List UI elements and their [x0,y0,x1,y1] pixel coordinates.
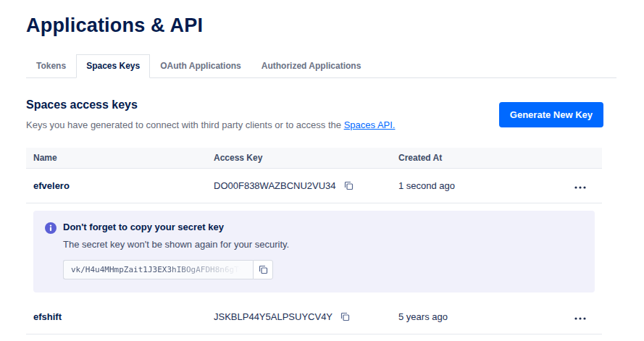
tab-authorized-applications[interactable]: Authorized Applications [251,54,372,78]
actions-cell [565,177,595,194]
copy-icon [344,181,354,190]
copy-icon [340,312,350,321]
column-header-name: Name [33,153,214,163]
description-text: Keys you have generated to connect with … [26,119,344,130]
page-title: Applications & API [26,14,618,37]
spaces-api-link[interactable]: Spaces API. [344,119,396,130]
ellipsis-icon [574,186,586,189]
tab-oauth-applications[interactable]: OAuth Applications [150,54,251,78]
secret-key-value: vk/H4u4MHmpZait1J3EX3hIBOgAFDH8n6gTv3H [71,265,246,274]
secret-panel-title: Don't forget to copy your secret key [63,222,289,232]
access-key-cell: JSKBLP44Y5ALPSUYCV4Y [214,311,398,323]
secret-key-row: vk/H4u4MHmpZait1J3EX3hIBOgAFDH8n6gTv3H [63,260,289,279]
tab-tokens[interactable]: Tokens [26,54,76,78]
access-key-cell: DO00F838WAZBCNU2VU34 [214,180,398,192]
table-header-row: Name Access Key Created At [26,148,602,169]
copy-icon [259,265,268,274]
column-header-access-key: Access Key [214,153,398,163]
created-at-value: 1 second ago [398,180,565,191]
access-key-value: DO00F838WAZBCNU2VU34 [214,180,336,191]
spaces-keys-table: Name Access Key Created At efvelero DO00… [26,148,602,334]
created-at-value: 5 years ago [398,311,565,322]
access-key-value: JSKBLP44Y5ALPSUYCV4Y [214,311,333,322]
column-header-created-at: Created At [398,153,565,163]
key-name: efvelero [33,180,214,191]
secret-panel-body: Don't forget to copy your secret key The… [63,222,289,279]
secret-panel-subtitle: The secret key won't be shown again for … [63,239,289,250]
table-row: efvelero DO00F838WAZBCNU2VU34 1 second a… [26,169,602,203]
ellipsis-icon [574,317,586,320]
row-more-menu-button[interactable] [569,177,592,194]
section-description: Keys you have generated to connect with … [26,119,395,130]
copy-access-key-button[interactable] [339,311,351,323]
row-more-menu-button[interactable] [569,308,592,325]
info-icon [45,222,57,279]
table-row: efshift JSKBLP44Y5ALPSUYCV4Y 5 years ago [26,300,602,334]
section-text: Spaces access keys Keys you have generat… [26,98,395,130]
secret-key-panel: Don't forget to copy your secret key The… [33,211,595,292]
tab-spaces-keys[interactable]: Spaces Keys [76,54,150,78]
section-header: Spaces access keys Keys you have generat… [26,98,603,130]
copy-access-key-button[interactable] [343,180,355,192]
section-heading: Spaces access keys [26,98,395,111]
secret-key-field: vk/H4u4MHmpZait1J3EX3hIBOgAFDH8n6gTv3H [63,260,253,279]
generate-new-key-button[interactable]: Generate New Key [499,102,603,127]
tab-bar: Tokens Spaces Keys OAuth Applications Au… [26,54,616,78]
copy-secret-key-button[interactable] [253,260,273,279]
actions-cell [565,308,595,325]
key-name: efshift [33,311,214,322]
page-container: Applications & API Tokens Spaces Keys OA… [0,0,644,334]
